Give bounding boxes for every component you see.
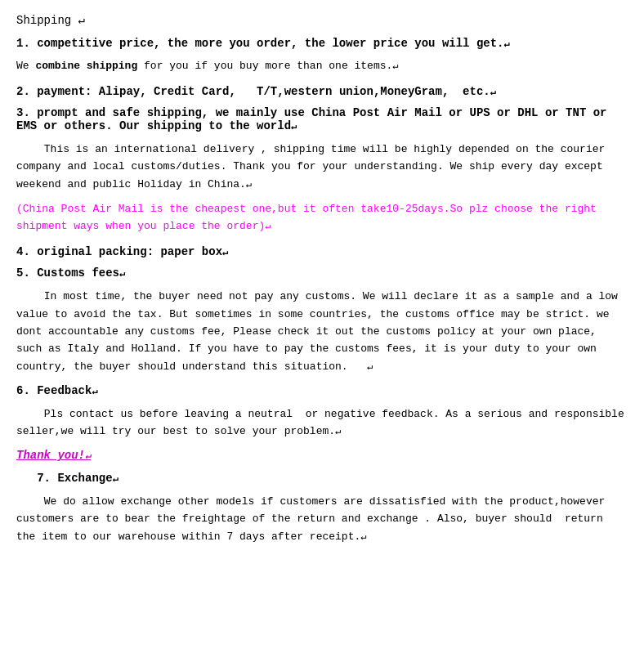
section-6-heading: 6. Feedback↵ [16,384,628,397]
section-7-heading: 7. Exchange↵ [16,472,628,485]
section-4: 4. original packing: paper box↵ [16,245,628,258]
section-3-heading: 3. prompt and safe shipping, we mainly u… [16,106,628,132]
section-6: 6. Feedback↵ [16,384,628,397]
feedback-para: Pls contact us before leaving a neutral … [16,405,628,441]
section-1: 1. competitive price, the more you order… [16,37,628,50]
china-post-note: (China Post Air Mail is the cheapest one… [16,201,628,235]
thank-you: Thank you!↵ [16,449,628,462]
section-5-heading: 5. Customs fees↵ [16,266,628,280]
customs-fees-para: In most time, the buyer need not pay any… [16,288,628,376]
international-delivery-para: This is an international delivery , ship… [16,141,628,194]
exchange-para: We do allow exchange other models if cus… [16,493,628,546]
section-1-heading: 1. competitive price, the more you order… [16,37,628,50]
page-title: Shipping ↵ [16,13,628,27]
section-3: 3. prompt and safe shipping, we mainly u… [16,106,628,132]
section-5: 5. Customs fees↵ [16,266,628,280]
combine-shipping-bold: combine shipping [35,60,137,72]
section-4-heading: 4. original packing: paper box↵ [16,245,628,258]
section-2: 2. payment: Alipay, Credit Card, T/T,wes… [16,85,628,98]
page-container: Shipping ↵ 1. competitive price, the mor… [16,13,628,546]
section-2-heading: 2. payment: Alipay, Credit Card, T/T,wes… [16,85,628,98]
section-7: 7. Exchange↵ [16,472,628,485]
combine-shipping-para: We combine shipping for you if you buy m… [16,58,628,75]
